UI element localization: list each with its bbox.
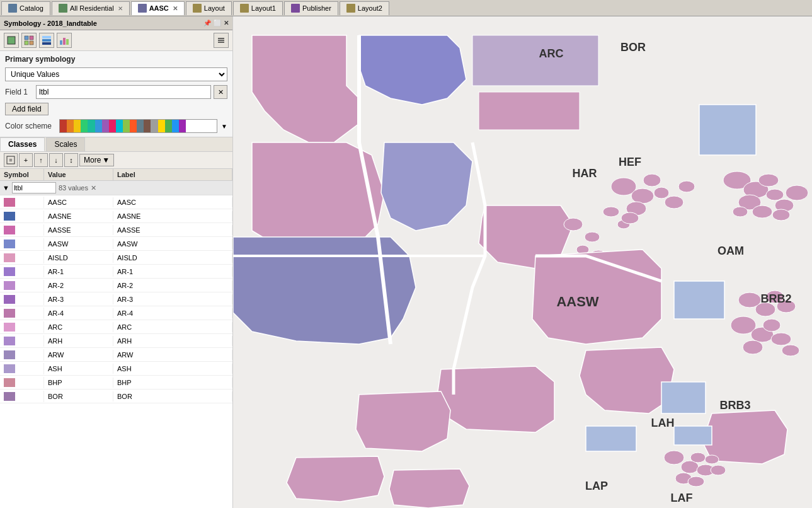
- svg-point-48: [743, 340, 763, 354]
- group-expand-icon[interactable]: ▼: [3, 184, 9, 192]
- more-chevron-icon: ▼: [102, 156, 110, 165]
- td-label: AASC: [113, 197, 232, 207]
- symbol-swatch: [4, 364, 15, 373]
- svg-rect-10: [66, 39, 69, 45]
- tab-all-residential-label: All Residential: [70, 4, 114, 12]
- table-row[interactable]: AISLD AISLD: [0, 251, 232, 265]
- tab-layout1[interactable]: Layout1: [233, 1, 283, 15]
- svg-point-43: [772, 209, 790, 221]
- classes-sort-btn[interactable]: ↕: [64, 153, 78, 167]
- table-row[interactable]: AR-3 AR-3: [0, 292, 232, 306]
- tab-aasc-label: AASC: [149, 4, 169, 12]
- color-scheme-row: Color scheme ▼: [5, 119, 227, 133]
- symbol-swatch: [4, 295, 15, 304]
- table-row[interactable]: AASSE AASSE: [0, 223, 232, 237]
- float-icon[interactable]: ⬜: [214, 20, 221, 26]
- table-row[interactable]: ASH ASH: [0, 362, 232, 376]
- inner-tab-classes[interactable]: Classes: [0, 137, 45, 151]
- single-symbol-btn[interactable]: [4, 33, 19, 48]
- svg-point-31: [654, 187, 669, 199]
- table-row[interactable]: ARW ARW: [0, 348, 232, 362]
- svg-text:BRB2: BRB2: [760, 292, 791, 305]
- svg-point-49: [763, 319, 781, 332]
- td-symbol: [0, 280, 44, 291]
- table-row[interactable]: AR-1 AR-1: [0, 265, 232, 279]
- tab-aasc-close[interactable]: ✕: [173, 5, 178, 12]
- svg-rect-63: [674, 426, 712, 445]
- table-row[interactable]: AR-4 AR-4: [0, 306, 232, 320]
- inner-tab-scales[interactable]: Scales: [46, 137, 85, 151]
- group-value-input[interactable]: [12, 182, 56, 193]
- tab-catalog[interactable]: Catalog: [1, 1, 50, 15]
- td-symbol: [0, 224, 44, 236]
- add-field-button[interactable]: Add field: [5, 103, 49, 115]
- tab-layout2[interactable]: Layout2: [340, 1, 389, 15]
- classes-up-btn[interactable]: ↑: [34, 153, 48, 167]
- tab-all-residential-close[interactable]: ✕: [118, 5, 123, 12]
- svg-text:LAF: LAF: [671, 492, 693, 504]
- table-row[interactable]: AASNE AASNE: [0, 209, 232, 223]
- svg-point-32: [665, 196, 683, 209]
- table-row[interactable]: AASC AASC: [0, 195, 232, 209]
- unique-values-btn[interactable]: [21, 33, 37, 48]
- tab-bar: Catalog All Residential ✕ AASC ✕ Layout …: [0, 0, 812, 16]
- table-row[interactable]: ARH ARH: [0, 334, 232, 348]
- svg-rect-4: [30, 41, 33, 45]
- table-header: Symbol Value Label: [0, 169, 232, 181]
- main-layout: Symbology - 2018_landtable 📌 ⬜ ✕: [0, 16, 812, 508]
- classes-add-btn[interactable]: +: [19, 153, 33, 167]
- all-residential-icon: [59, 4, 67, 13]
- symbol-swatch: [4, 378, 15, 387]
- group-row: ▼ 83 values ✕: [0, 181, 232, 195]
- graduated-colors-btn[interactable]: [39, 33, 54, 48]
- svg-point-60: [705, 455, 719, 464]
- group-count: 83 values: [59, 184, 88, 192]
- table-row[interactable]: ARC ARC: [0, 320, 232, 334]
- table-row[interactable]: BHP BHP: [0, 376, 232, 390]
- close-icon[interactable]: ✕: [224, 20, 229, 26]
- td-label: ARH: [113, 336, 232, 346]
- svg-point-20: [585, 232, 600, 242]
- tab-publisher[interactable]: Publisher: [284, 1, 338, 15]
- svg-point-54: [664, 451, 684, 465]
- td-label: ARC: [113, 322, 232, 332]
- inner-tab-section: Classes Scales: [0, 137, 232, 152]
- td-symbol: [0, 321, 44, 333]
- tab-aasc[interactable]: AASC ✕: [131, 1, 185, 15]
- color-scheme-dropdown-icon[interactable]: ▼: [221, 123, 227, 130]
- svg-rect-18: [479, 92, 580, 130]
- td-label: AASW: [113, 239, 232, 249]
- td-label: AR-2: [113, 280, 232, 291]
- table-row[interactable]: AASW AASW: [0, 237, 232, 251]
- field1-input[interactable]: [36, 85, 211, 99]
- tab-all-residential[interactable]: All Residential ✕: [52, 1, 130, 15]
- tab-layout[interactable]: Layout: [186, 1, 232, 15]
- group-close-btn[interactable]: ✕: [91, 184, 96, 192]
- tab-layout1-label: Layout1: [251, 4, 276, 12]
- svg-point-33: [678, 181, 695, 192]
- classes-down-btn[interactable]: ↓: [49, 153, 63, 167]
- svg-rect-7: [42, 42, 51, 45]
- svg-point-39: [766, 189, 784, 200]
- panel-menu-btn[interactable]: [214, 33, 229, 48]
- symbology-type-dropdown[interactable]: Unique Values: [5, 67, 227, 81]
- table-row[interactable]: BOR BOR: [0, 390, 232, 403]
- svg-text:BOR: BOR: [620, 41, 646, 54]
- publisher-icon: [291, 4, 300, 13]
- td-value: AR-4: [44, 308, 113, 318]
- field1-label: Field 1: [5, 88, 33, 96]
- td-symbol: [0, 349, 44, 361]
- field1-clear-btn[interactable]: ✕: [214, 85, 227, 99]
- table-row[interactable]: AR-2 AR-2: [0, 279, 232, 292]
- svg-point-41: [733, 207, 748, 217]
- svg-text:OAM: OAM: [718, 245, 744, 257]
- pin-icon[interactable]: 📌: [203, 20, 211, 26]
- color-scheme-picker[interactable]: [59, 119, 217, 133]
- symbology-table[interactable]: Symbol Value Label ▼ 83 values ✕ AASC AA…: [0, 169, 232, 508]
- map-area[interactable]: ARC BOR HAR HEF WEA HER OAM AASW BRB2 VA…: [233, 16, 812, 508]
- left-panel: Symbology - 2018_landtable 📌 ⬜ ✕: [0, 16, 233, 508]
- th-value: Value: [44, 169, 113, 180]
- classes-add-all-btn[interactable]: ≡: [4, 153, 18, 167]
- charts-btn[interactable]: [57, 33, 72, 48]
- more-button[interactable]: More ▼: [79, 154, 114, 166]
